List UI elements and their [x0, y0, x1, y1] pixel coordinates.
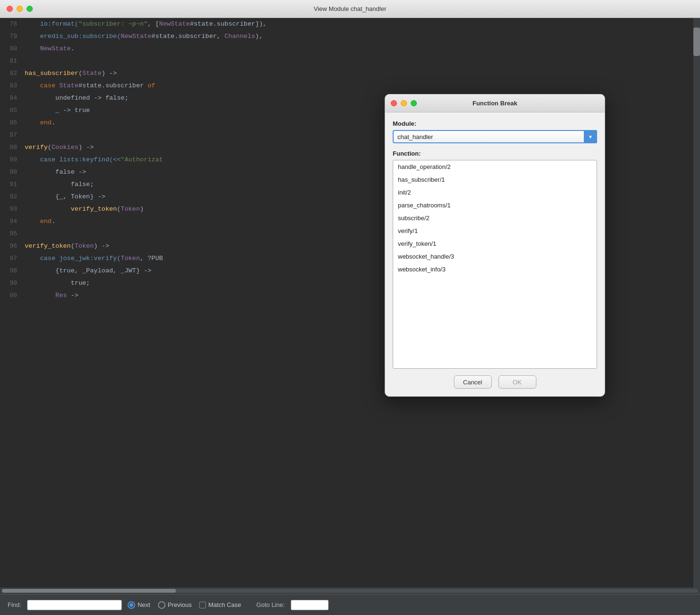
line-number: 95 [0, 228, 25, 240]
line-number: 97 [0, 252, 25, 265]
list-item[interactable]: websocket_info/3 [393, 263, 597, 276]
line-content: has_subscriber(State) -> [25, 67, 686, 80]
goto-label: Goto Line: [257, 601, 285, 608]
line-number: 84 [0, 92, 25, 104]
ok-button[interactable]: OK [498, 375, 536, 389]
table-row: 80 NewState. [0, 43, 693, 55]
dialog-title: Function Break [472, 100, 517, 107]
line-number: 93 [0, 203, 25, 215]
next-radio-button[interactable] [128, 601, 135, 609]
table-row: 78 io:format("subscriber: ~p~n", [NewSta… [0, 18, 693, 30]
table-row: 83 case State#state.subscriber of [0, 80, 693, 92]
line-content: NewState. [25, 43, 686, 55]
dialog-body: Module: chat_handler Function: handle_op… [385, 112, 605, 369]
list-item[interactable]: websocket_handle/3 [393, 250, 597, 263]
window-controls[interactable] [7, 6, 33, 12]
line-number: 96 [0, 240, 25, 252]
line-number: 83 [0, 80, 25, 92]
scrollbar-thumb-h[interactable] [2, 589, 176, 593]
line-number: 90 [0, 166, 25, 178]
module-select-wrapper[interactable]: chat_handler [393, 130, 597, 143]
table-row: 79 eredis_sub:subscribe(NewState#state.s… [0, 30, 693, 43]
list-item[interactable]: subscribe/2 [393, 212, 597, 224]
line-number: 81 [0, 55, 25, 67]
line-content: eredis_sub:subscribe(NewState#state.subs… [25, 30, 686, 43]
search-direction-group: Next Previous Match Case [128, 601, 241, 609]
line-number: 79 [0, 30, 25, 43]
line-number: 89 [0, 154, 25, 166]
dialog-title-bar: Function Break [385, 94, 605, 112]
function-break-dialog: Function Break Module: chat_handler Func… [385, 94, 605, 397]
line-number: 91 [0, 178, 25, 191]
function-list[interactable]: handle_operation/2has_subscriber/1init/2… [393, 160, 597, 369]
vertical-scrollbar[interactable] [693, 18, 700, 587]
line-number: 87 [0, 129, 25, 141]
cancel-button[interactable]: Cancel [454, 375, 492, 389]
match-case-label: Match Case [208, 601, 241, 608]
table-row: 82has_subscriber(State) -> [0, 67, 693, 80]
horizontal-scrollbar[interactable] [0, 587, 700, 594]
line-number: 00 [0, 289, 25, 302]
dialog-minimize-button[interactable] [401, 100, 407, 106]
find-input[interactable] [27, 600, 122, 610]
previous-radio-button[interactable] [158, 601, 166, 609]
line-number: 98 [0, 265, 25, 277]
find-bar: Find: Next Previous Match Case Goto Line… [0, 594, 700, 615]
line-number: 86 [0, 117, 25, 129]
line-number: 92 [0, 191, 25, 203]
scrollbar-thumb[interactable] [693, 28, 700, 56]
match-case-checkbox[interactable] [199, 602, 206, 608]
line-content: io:format("subscriber: ~p~n", [NewState#… [25, 18, 686, 30]
line-content [25, 55, 686, 67]
previous-radio-label: Previous [168, 601, 192, 608]
list-item[interactable]: has_subscriber/1 [393, 173, 597, 186]
close-button[interactable] [7, 6, 13, 12]
title-bar: View Module chat_handler [0, 0, 700, 18]
find-label: Find: [8, 601, 21, 608]
list-item[interactable]: verify_token/1 [393, 237, 597, 250]
dialog-footer: Cancel OK [385, 369, 605, 396]
match-case-item[interactable]: Match Case [199, 601, 241, 608]
module-select[interactable]: chat_handler [393, 130, 597, 143]
line-number: 82 [0, 67, 25, 80]
minimize-button[interactable] [17, 6, 23, 12]
dialog-controls[interactable] [391, 100, 417, 106]
line-number: 80 [0, 43, 25, 55]
scrollbar-track [2, 589, 698, 593]
dialog-close-button[interactable] [391, 100, 397, 106]
list-item[interactable]: verify/1 [393, 224, 597, 237]
line-number: 94 [0, 215, 25, 228]
goto-input[interactable] [291, 600, 329, 610]
line-content: case State#state.subscriber of [25, 80, 686, 92]
module-label: Module: [393, 120, 597, 127]
next-radio-item[interactable]: Next [128, 601, 150, 609]
next-radio-label: Next [138, 601, 150, 608]
line-number: 99 [0, 277, 25, 289]
window-title: View Module chat_handler [314, 5, 387, 12]
line-number: 78 [0, 18, 25, 30]
maximize-button[interactable] [27, 6, 33, 12]
previous-radio-item[interactable]: Previous [158, 601, 192, 609]
dialog-maximize-button[interactable] [411, 100, 417, 106]
table-row: 81 [0, 55, 693, 67]
line-number: 85 [0, 104, 25, 117]
list-item[interactable]: handle_operation/2 [393, 160, 597, 173]
line-number: 88 [0, 141, 25, 154]
list-item[interactable]: init/2 [393, 186, 597, 199]
editor-area: 78 io:format("subscriber: ~p~n", [NewSta… [0, 18, 700, 594]
function-label: Function: [393, 150, 597, 157]
list-item[interactable]: parse_chatrooms/1 [393, 199, 597, 212]
